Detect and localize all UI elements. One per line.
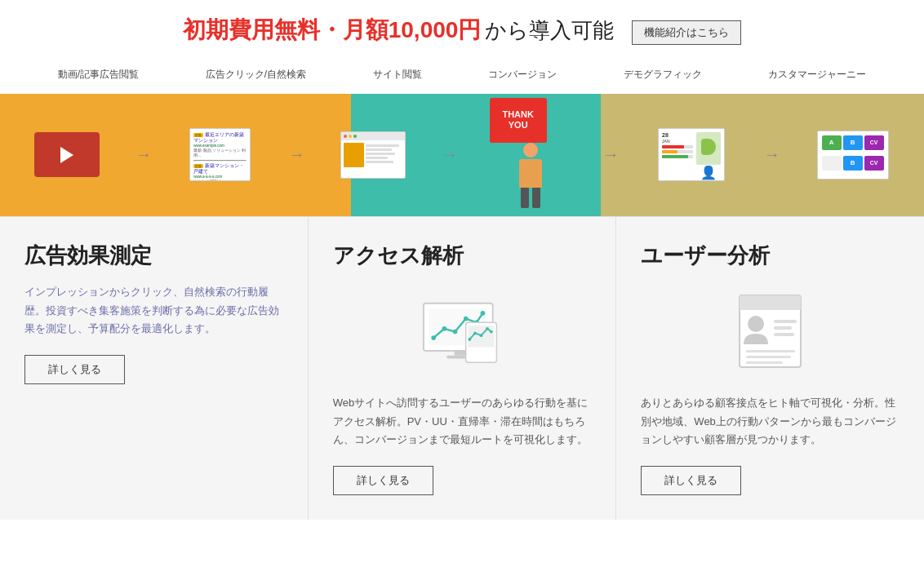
col-ad-btn[interactable]: 詳しく見る (24, 355, 125, 384)
demo-icon-box: 28JAN 👤 (651, 126, 732, 184)
video-icon-box (30, 126, 104, 184)
svg-rect-19 (740, 303, 801, 310)
col-user-title: ユーザー分析 (641, 241, 900, 270)
demo-date: 28JAN (662, 132, 693, 144)
three-columns: 広告効果測定 インプレッションからクリック、自然検索の行動履歴。投資すべき集客施… (0, 216, 924, 520)
col-user: ユーザー分析 ありとあらゆる顧客接点をヒト (616, 217, 924, 520)
ab-icon-box: A B CV B CV (812, 126, 894, 184)
svg-point-13 (473, 331, 477, 335)
stage-label-1: 広告クリック/自然検索 (206, 68, 306, 82)
svg-point-6 (453, 329, 458, 334)
stage-video (30, 126, 104, 184)
col-user-text: ありとあらゆる顧客接点をヒト軸で可視化・分析。性別や地域、Web上の行動パターン… (641, 394, 900, 450)
svg-point-12 (469, 338, 472, 341)
doc-profile-icon (731, 291, 809, 373)
ab-card: A B CV B CV (817, 131, 889, 179)
video-icon (34, 132, 100, 177)
stage-demographic: 28JAN 👤 (651, 126, 732, 184)
header-title-red: 初期費用無料・月額10,000円 (183, 17, 482, 42)
demo-card: 28JAN 👤 (658, 128, 725, 181)
person-body (519, 159, 542, 188)
search-icon-box: 広告最近エリアの新築マンション www.example.com 最新 製品 ソリ… (184, 126, 257, 184)
ab-cell-a: A (822, 135, 842, 150)
col-access-title: アクセス解析 (333, 241, 592, 270)
stage-label-2: サイト閲覧 (373, 68, 422, 82)
thankyou-card: THANK YOU (490, 98, 547, 143)
person-legs (519, 188, 542, 208)
demo-map (696, 132, 721, 165)
col-ad: 広告効果測定 インプレッションからクリック、自然検索の行動履歴。投資すべき集客施… (0, 217, 309, 520)
svg-rect-23 (774, 333, 794, 336)
svg-point-9 (481, 311, 486, 316)
svg-point-14 (480, 334, 483, 337)
stage-site (336, 126, 410, 184)
svg-point-4 (431, 335, 436, 340)
thankyou-line1: THANK (502, 109, 534, 120)
stage-label-5: カスタマージャーニー (768, 68, 866, 82)
stage-labels: 動画/記事広告閲覧 広告クリック/自然検索 サイト閲覧 コンバージョン デモグラ… (0, 68, 924, 82)
arrow-4: → (602, 145, 619, 164)
journey-section: 動画/記事広告閲覧 広告クリック/自然検索 サイト閲覧 コンバージョン デモグラ… (0, 61, 924, 216)
col-ad-title: 広告効果測定 (24, 241, 283, 270)
svg-point-15 (486, 327, 489, 330)
svg-point-20 (748, 316, 764, 332)
col-user-icon-area (641, 283, 900, 381)
demo-person-icon: 👤 (696, 165, 721, 180)
arrow-5: → (764, 145, 780, 164)
stage-label-4: デモグラフィック (624, 68, 702, 82)
col-access-btn[interactable]: 詳しく見る (333, 466, 433, 495)
search-result-mini: 広告最近エリアの新築マンション www.example.com 最新 製品 ソリ… (189, 128, 251, 181)
ab-cell-cv: CV (864, 135, 884, 150)
ab-cell-empty1 (822, 156, 842, 171)
svg-rect-24 (746, 350, 795, 352)
col-ad-text: インプレッションからクリック、自然検索の行動履歴。投資すべき集客施策を判断する為… (24, 283, 283, 339)
svg-point-7 (464, 316, 469, 321)
header-section: 初期費用無料・月額10,000円 から導入可能 機能紹介はこちら (0, 0, 924, 55)
svg-point-16 (490, 330, 493, 333)
ab-cell-b: B (843, 135, 863, 150)
stage-icons: → 広告最近エリアの新築マンション www.example.com 最新 製品 … (0, 94, 924, 216)
col-access-text: Webサイトへ訪問するユーザーのあらゆる行動を基にアクセス解析。PV・UU・直帰… (333, 394, 592, 450)
site-mini (340, 131, 406, 179)
col-access-icon-area (333, 283, 592, 381)
svg-rect-21 (774, 320, 797, 323)
arrow-3: → (442, 145, 458, 164)
header-title-black: から導入可能 (485, 18, 614, 42)
svg-rect-22 (774, 326, 792, 330)
stage-conversion: THANK YOU (490, 98, 571, 212)
stage-label-3: コンバージョン (488, 68, 557, 82)
stage-search: 広告最近エリアの新築マンション www.example.com 最新 製品 ソリ… (184, 126, 257, 184)
svg-rect-26 (746, 361, 783, 364)
feature-intro-button[interactable]: 機能紹介はこちら (632, 20, 741, 45)
person-head (523, 143, 538, 157)
monitor-chart-icon (417, 299, 507, 365)
stage-label-0: 動画/記事広告閲覧 (58, 68, 139, 82)
site-icon-box (336, 126, 410, 184)
col-access: アクセス解析 (309, 217, 617, 520)
stage-journey: A B CV B CV (812, 126, 894, 184)
col-user-btn[interactable]: 詳しく見る (641, 466, 741, 495)
arrow-1: → (135, 145, 152, 164)
arrow-2: → (289, 145, 305, 164)
ab-cell-b2: B (843, 156, 863, 171)
svg-point-5 (442, 326, 447, 331)
thankyou-line2: YOU (509, 120, 528, 131)
ab-cell-cv2: CV (864, 156, 884, 171)
svg-rect-25 (746, 356, 791, 358)
